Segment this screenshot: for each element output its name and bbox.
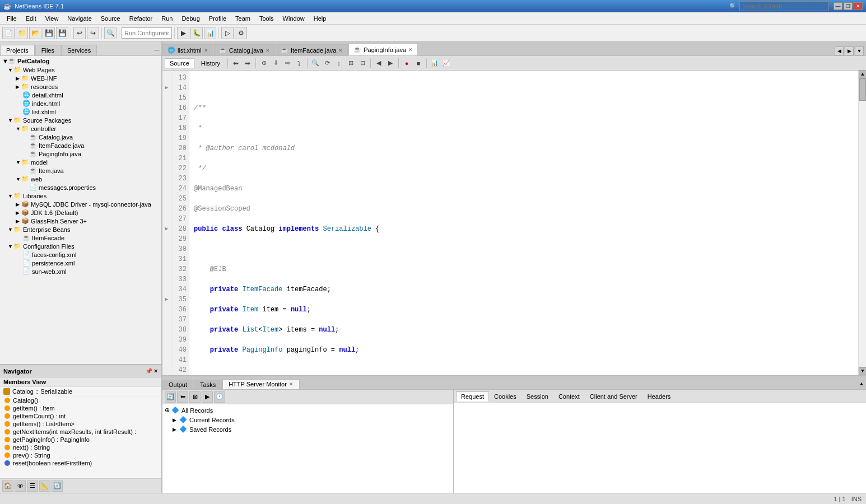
pause-button[interactable]: ■: [413, 58, 424, 69]
back-button[interactable]: ⬅: [230, 58, 241, 69]
profile-button[interactable]: 📊: [204, 27, 216, 39]
tree-root[interactable]: ▼ ☕ PetCatalog: [0, 56, 161, 66]
search-input[interactable]: [739, 1, 829, 11]
list-item[interactable]: ▶ 📦 GlassFish Server 3+: [0, 217, 161, 225]
tab-context[interactable]: Context: [553, 391, 585, 402]
comment-button[interactable]: ⊟: [357, 58, 368, 69]
minimize-button[interactable]: —: [834, 2, 842, 10]
list-item[interactable]: ▼ 📁 Configuration Files: [0, 242, 161, 250]
run-configuration-select[interactable]: [122, 27, 172, 39]
menu-team[interactable]: Team: [231, 14, 255, 23]
step-over-button[interactable]: ⇨: [282, 58, 293, 69]
find-usages-button[interactable]: ↕: [333, 58, 344, 69]
new-file-button[interactable]: 📄: [2, 27, 15, 39]
replace-button[interactable]: ⟳: [322, 58, 333, 69]
new-project-button[interactable]: 📁: [16, 27, 28, 39]
scroll-tabs-left-button[interactable]: ◀: [835, 46, 844, 55]
list-item[interactable]: next() : String: [0, 444, 161, 451]
panel-minimize-button[interactable]: —: [152, 45, 161, 54]
tab-close-icon[interactable]: ✕: [204, 48, 208, 53]
toggle-breakpoint-button[interactable]: ⊕: [258, 58, 269, 69]
bottom-panel-maximize-button[interactable]: ▲: [857, 379, 866, 388]
format-button[interactable]: ⊞: [345, 58, 356, 69]
nb-icon-1[interactable]: 🏠: [2, 480, 13, 492]
save-button[interactable]: 💾: [43, 27, 55, 39]
list-item[interactable]: ▶ 🔷 Saved Records: [162, 424, 453, 434]
tab-close-icon[interactable]: ✕: [266, 48, 270, 53]
list-item[interactable]: getItems() : List<Item>: [0, 420, 161, 428]
list-item[interactable]: ▼ 📁 Web Pages: [0, 66, 161, 74]
next-bookmark-button[interactable]: ▶: [385, 58, 396, 69]
menu-window[interactable]: Window: [278, 14, 309, 23]
tab-request[interactable]: Request: [456, 391, 489, 402]
list-item[interactable]: 🌐 list.xhtml: [0, 108, 161, 116]
debug-button[interactable]: 🐛: [190, 27, 203, 39]
open-button[interactable]: 📂: [29, 27, 41, 39]
list-item[interactable]: ▶ 📦 MySQL JDBC Driver - mysql-connector-…: [0, 200, 161, 208]
save-all-button[interactable]: 💾: [56, 27, 68, 39]
stop-button[interactable]: ●: [401, 58, 412, 69]
list-item[interactable]: 📄 persistence.xml: [0, 259, 161, 267]
scroll-thumb[interactable]: [859, 78, 866, 101]
list-item[interactable]: ☕ PagingInfo.java: [0, 150, 161, 158]
menu-tools[interactable]: Tools: [255, 14, 278, 23]
list-item[interactable]: reset(boolean resetFirstItem): [0, 459, 161, 467]
nb-icon-4[interactable]: 📐: [39, 480, 50, 492]
list-item[interactable]: ▶ 📁 WEB-INF: [0, 74, 161, 82]
forward-button[interactable]: ➡: [242, 58, 253, 69]
nav-pin-icon[interactable]: 📌: [146, 368, 152, 374]
list-item[interactable]: getItem() : Item: [0, 404, 161, 412]
fold-35[interactable]: ▶: [162, 295, 171, 305]
list-item[interactable]: ▼ 📁 controller: [0, 124, 161, 133]
tab-close-icon[interactable]: ✕: [338, 48, 343, 53]
list-item[interactable]: ▼ 📁 web: [0, 175, 161, 183]
list-item[interactable]: ▶ 📁 resources: [0, 82, 161, 91]
menu-help[interactable]: Help: [309, 14, 331, 23]
undo-button[interactable]: ↩: [73, 27, 86, 39]
step-into-button[interactable]: ⇩: [270, 58, 281, 69]
list-item[interactable]: ☕ ItemFacade: [0, 234, 161, 242]
scroll-tabs-right-button[interactable]: ▶: [845, 46, 854, 55]
nb-icon-2[interactable]: 👁: [15, 480, 26, 492]
toolbar-extra[interactable]: ⚙: [235, 27, 247, 39]
navigator-close-icon[interactable]: ✕: [153, 368, 158, 374]
list-item[interactable]: ☕ Catalog.java: [0, 133, 161, 141]
menu-profile[interactable]: Profile: [204, 14, 231, 23]
graph-button[interactable]: 📈: [441, 58, 452, 69]
list-item[interactable]: prev() : String: [0, 451, 161, 459]
source-tab[interactable]: Source: [165, 58, 194, 68]
list-item[interactable]: 📄 faces-config.xml: [0, 250, 161, 259]
tab-services[interactable]: Services: [61, 45, 97, 55]
tab-client-server[interactable]: Client and Server: [585, 391, 642, 402]
tab-catalog-java[interactable]: ☕ Catalog.java ✕: [214, 44, 275, 55]
tab-output[interactable]: Output: [162, 380, 193, 389]
tab-headers[interactable]: Headers: [642, 391, 676, 402]
scroll-up-button[interactable]: ▲: [859, 71, 866, 78]
fold-14[interactable]: ▶: [162, 83, 171, 93]
tab-tasks[interactable]: Tasks: [194, 380, 222, 389]
run-main-button[interactable]: ▷: [221, 27, 234, 39]
menu-file[interactable]: File: [2, 14, 21, 23]
scroll-down-button[interactable]: ▼: [859, 367, 866, 375]
list-item[interactable]: getNextItems(int maxResults, int firstRe…: [0, 428, 161, 436]
record-stop-button[interactable]: ⊠: [189, 391, 201, 403]
list-item[interactable]: ⊕ 🔷 All Records: [162, 405, 453, 415]
list-item[interactable]: Catalog(): [0, 396, 161, 404]
chart-button[interactable]: 📊: [429, 58, 440, 69]
list-item[interactable]: ▼ 📁 Libraries: [0, 192, 161, 200]
search-button[interactable]: 🔍: [104, 27, 117, 39]
list-item[interactable]: ▼ 📁 Enterprise Beans: [0, 225, 161, 234]
redo-button[interactable]: ↪: [87, 27, 99, 39]
list-item[interactable]: 📄 messages.properties: [0, 183, 161, 192]
close-button[interactable]: ✕: [854, 2, 863, 10]
code-content[interactable]: /** * * @author carol mcdonald */ @Manag…: [189, 71, 858, 375]
record-prev-button[interactable]: ⬅: [177, 391, 188, 403]
list-item[interactable]: ☕ Item.java: [0, 166, 161, 175]
tab-close-icon[interactable]: ✕: [408, 47, 413, 53]
menu-refactor[interactable]: Refactor: [125, 14, 157, 23]
nb-icon-5[interactable]: 🔃: [52, 480, 63, 492]
list-item[interactable]: ▼ 📁 model: [0, 158, 161, 166]
refresh-button[interactable]: 🔄: [165, 391, 176, 403]
run-button[interactable]: ▶: [177, 27, 189, 39]
goto-button[interactable]: ⤵: [294, 58, 305, 69]
